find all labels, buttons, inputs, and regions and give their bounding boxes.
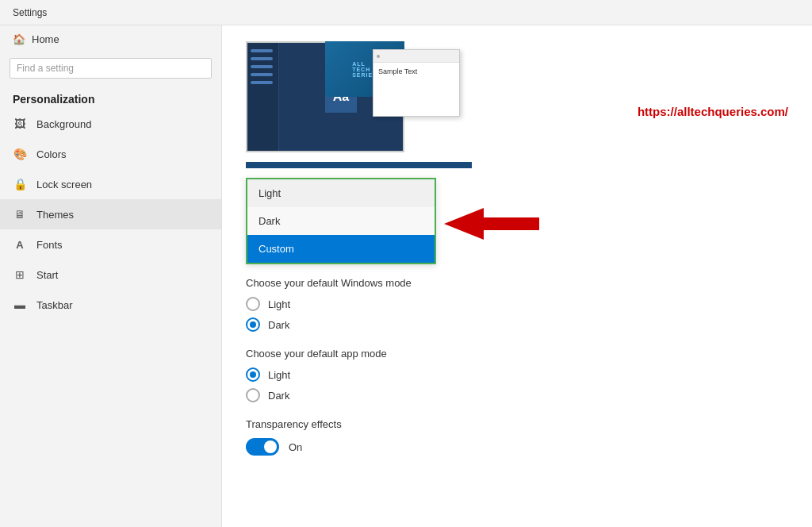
transparency-label: Transparency effects — [246, 418, 788, 430]
preview-line-4 — [251, 73, 273, 76]
fonts-icon: A — [13, 237, 27, 252]
windows-dark-radio[interactable] — [246, 317, 260, 332]
dropdown-item-custom[interactable]: Custom — [247, 235, 435, 263]
sidebar-label-colors: Colors — [36, 148, 67, 160]
preview-sample-text: Sample Text — [373, 63, 459, 80]
theme-dropdown[interactable]: Light Dark Custom — [246, 178, 436, 264]
transparency-section: Transparency effects On — [246, 418, 788, 456]
app-dark-radio[interactable] — [246, 388, 260, 402]
content-area: https://alltechqueries.com/ Aa — [222, 25, 812, 527]
svg-marker-0 — [444, 208, 539, 240]
dropdown-item-light[interactable]: Light — [247, 179, 435, 207]
app-mode-dark-option[interactable]: Dark — [246, 388, 788, 402]
app-dark-label: Dark — [268, 390, 289, 402]
main-layout: 🏠 Home Find a setting Personalization 🖼 … — [0, 25, 812, 527]
preview-line-1 — [251, 49, 273, 52]
arrow-annotation — [444, 200, 539, 251]
lockscreen-icon: 🔒 — [13, 177, 27, 191]
preview-bottom-bar — [246, 162, 472, 168]
sidebar-label-themes: Themes — [36, 209, 74, 221]
sidebar-label-fonts: Fonts — [36, 239, 63, 251]
windows-mode-section: Choose your default Windows mode Light D… — [246, 277, 788, 332]
app-mode-light-option[interactable]: Light — [246, 367, 788, 382]
windows-light-label: Light — [268, 298, 290, 310]
sidebar-item-themes[interactable]: 🖥 Themes — [0, 199, 221, 229]
start-icon: ⊞ — [13, 267, 27, 282]
windows-mode-dark-option[interactable]: Dark — [246, 317, 788, 332]
sidebar-item-taskbar[interactable]: ▬ Taskbar — [0, 290, 221, 320]
title-text: Settings — [13, 7, 47, 18]
sidebar-label-taskbar: Taskbar — [36, 299, 73, 311]
windows-mode-radio-group: Light Dark — [246, 297, 788, 332]
home-label: Home — [32, 33, 59, 45]
title-bar: Settings — [0, 0, 812, 25]
sidebar-item-colors[interactable]: 🎨 Colors — [0, 139, 221, 169]
theme-preview-area: Aa ALLTECHSERIES Sample Text — [246, 41, 484, 168]
sidebar-label-background: Background — [36, 118, 91, 130]
search-input[interactable]: Find a setting — [10, 58, 212, 79]
windows-dark-label: Dark — [268, 319, 289, 331]
sidebar-item-background[interactable]: 🖼 Background — [0, 109, 221, 139]
sidebar-section-title: Personalization — [0, 87, 221, 109]
home-icon: 🏠 — [13, 33, 25, 45]
colors-icon: 🎨 — [13, 147, 27, 161]
windows-light-radio[interactable] — [246, 297, 260, 311]
dropdown-item-dark[interactable]: Dark — [247, 207, 435, 235]
app-mode-label: Choose your default app mode — [246, 348, 788, 360]
windows-dark-radio-dot — [250, 321, 256, 328]
preview-light-window: Sample Text — [373, 49, 460, 117]
windows-mode-light-option[interactable]: Light — [246, 297, 788, 311]
transparency-toggle-row: On — [246, 438, 788, 456]
app-mode-section: Choose your default app mode Light Dark — [246, 348, 788, 402]
sidebar-label-lockscreen: Lock screen — [36, 179, 92, 190]
sidebar-label-start: Start — [36, 269, 58, 281]
preview-line-5 — [251, 81, 273, 84]
background-icon: 🖼 — [13, 117, 27, 131]
app-light-radio[interactable] — [246, 367, 260, 382]
sidebar-item-start[interactable]: ⊞ Start — [0, 260, 221, 290]
windows-mode-label: Choose your default Windows mode — [246, 277, 788, 289]
app-mode-radio-group: Light Dark — [246, 367, 788, 402]
preview-dark-sidebar — [247, 43, 279, 151]
taskbar-icon: ▬ — [13, 298, 27, 312]
preview-line-3 — [251, 65, 273, 68]
transparency-toggle[interactable] — [246, 438, 279, 456]
toggle-thumb — [264, 440, 277, 453]
url-annotation: https://alltechqueries.com/ — [638, 105, 788, 118]
sidebar-item-lockscreen[interactable]: 🔒 Lock screen — [0, 169, 221, 199]
sidebar: 🏠 Home Find a setting Personalization 🖼 … — [0, 25, 222, 527]
theme-dropdown-container: Light Dark Custom — [246, 178, 444, 264]
preview-titlebar — [373, 50, 459, 63]
sidebar-home-item[interactable]: 🏠 Home — [0, 25, 221, 53]
sidebar-item-fonts[interactable]: A Fonts — [0, 229, 221, 260]
search-placeholder: Find a setting — [17, 63, 74, 74]
themes-icon: 🖥 — [13, 207, 27, 221]
transparency-state: On — [289, 441, 302, 453]
preview-line-2 — [251, 57, 273, 60]
app-light-radio-dot — [250, 371, 256, 378]
app-light-label: Light — [268, 369, 290, 381]
